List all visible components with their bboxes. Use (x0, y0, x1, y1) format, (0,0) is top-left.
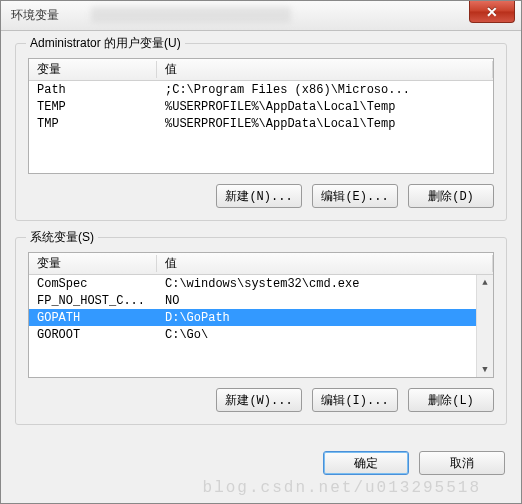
list-item[interactable]: GOPATHD:\GoPath (29, 309, 476, 326)
user-group-legend: Administrator 的用户变量(U) (26, 35, 185, 52)
list-item[interactable]: Path;C:\Program Files (x86)\Microso... (29, 81, 493, 98)
list-header: 变量 值 (29, 59, 493, 81)
watermark: blog.csdn.net/u013295518 (203, 479, 481, 497)
list-item[interactable]: ComSpecC:\windows\system32\cmd.exe (29, 275, 476, 292)
cell-value: NO (157, 294, 476, 308)
ok-button[interactable]: 确定 (323, 451, 409, 475)
cell-value: ;C:\Program Files (x86)\Microso... (157, 83, 493, 97)
close-button[interactable]: ✕ (469, 1, 515, 23)
cell-variable: FP_NO_HOST_C... (29, 294, 157, 308)
cell-value: C:\Go\ (157, 328, 476, 342)
cell-value: C:\windows\system32\cmd.exe (157, 277, 476, 291)
system-delete-button[interactable]: 删除(L) (408, 388, 494, 412)
user-new-button[interactable]: 新建(N)... (216, 184, 302, 208)
close-icon: ✕ (486, 4, 498, 20)
header-variable[interactable]: 变量 (29, 61, 157, 78)
user-variables-group: Administrator 的用户变量(U) 变量 值 Path;C:\Prog… (15, 43, 507, 221)
header-value[interactable]: 值 (157, 61, 493, 78)
header-variable[interactable]: 变量 (29, 255, 157, 272)
system-edit-button[interactable]: 编辑(I)... (312, 388, 398, 412)
system-variables-group: 系统变量(S) 变量 值 ComSpecC:\windows\system32\… (15, 237, 507, 425)
scrollbar[interactable]: ▲ ▼ (476, 275, 493, 377)
cell-variable: TMP (29, 117, 157, 131)
header-value[interactable]: 值 (157, 255, 493, 272)
system-group-legend: 系统变量(S) (26, 229, 98, 246)
cell-variable: ComSpec (29, 277, 157, 291)
list-header: 变量 值 (29, 253, 493, 275)
cell-variable: GOPATH (29, 311, 157, 325)
cell-value: %USERPROFILE%\AppData\Local\Temp (157, 117, 493, 131)
list-item[interactable]: TMP%USERPROFILE%\AppData\Local\Temp (29, 115, 493, 132)
system-variables-list[interactable]: 变量 值 ComSpecC:\windows\system32\cmd.exeF… (28, 252, 494, 378)
user-button-row: 新建(N)... 编辑(E)... 删除(D) (28, 184, 494, 208)
scroll-down-icon[interactable]: ▼ (478, 362, 493, 377)
user-edit-button[interactable]: 编辑(E)... (312, 184, 398, 208)
cell-variable: Path (29, 83, 157, 97)
system-button-row: 新建(W)... 编辑(I)... 删除(L) (28, 388, 494, 412)
cancel-button[interactable]: 取消 (419, 451, 505, 475)
list-item[interactable]: GOROOTC:\Go\ (29, 326, 476, 343)
scroll-up-icon[interactable]: ▲ (478, 275, 493, 290)
cell-variable: TEMP (29, 100, 157, 114)
blurred-background (91, 7, 291, 23)
cell-value: D:\GoPath (157, 311, 476, 325)
user-delete-button[interactable]: 删除(D) (408, 184, 494, 208)
window-title: 环境变量 (11, 7, 59, 24)
system-new-button[interactable]: 新建(W)... (216, 388, 302, 412)
user-variables-list[interactable]: 变量 值 Path;C:\Program Files (x86)\Microso… (28, 58, 494, 174)
cell-value: %USERPROFILE%\AppData\Local\Temp (157, 100, 493, 114)
cell-variable: GOROOT (29, 328, 157, 342)
titlebar: 环境变量 ✕ (1, 1, 521, 31)
dialog-content: Administrator 的用户变量(U) 变量 值 Path;C:\Prog… (1, 31, 521, 451)
list-item[interactable]: FP_NO_HOST_C...NO (29, 292, 476, 309)
list-item[interactable]: TEMP%USERPROFILE%\AppData\Local\Temp (29, 98, 493, 115)
